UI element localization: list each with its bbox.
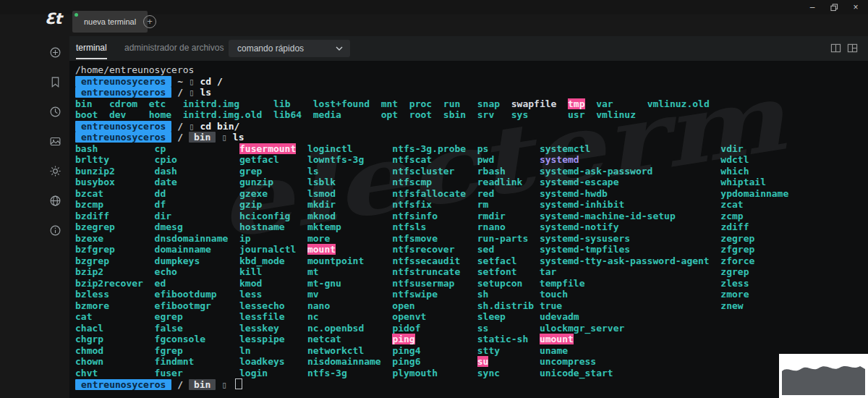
sidebar — [45, 46, 65, 237]
tab-terminal[interactable]: terminal — [76, 36, 107, 59]
terminal-line: entreunosyceros / ▯ ls — [75, 87, 868, 98]
terminal-line: bash cp fusermount loginctl ntfs-3g.prob… — [75, 143, 868, 155]
ls-entry: mknod — [307, 211, 336, 221]
info-icon[interactable] — [49, 224, 61, 237]
quick-commands-dropdown[interactable]: comando rápidos — [229, 40, 350, 57]
ls-entry: ss — [477, 323, 489, 334]
ls-entry: ypdomainname — [720, 188, 788, 199]
ls-entry: mv — [307, 289, 319, 300]
terminal-line: bzfgrep domainname journalctl mount ntfs… — [75, 244, 868, 255]
ls-entry: bzfgrep — [75, 244, 115, 255]
ls-entry: networkctl — [307, 345, 364, 356]
ls-entry: ntfscmp — [392, 177, 432, 187]
command-text: ls — [200, 87, 212, 98]
ls-entry: kill — [239, 266, 262, 277]
ls-entry: whiptail — [720, 177, 766, 187]
ls-entry: udevadm — [540, 311, 579, 322]
ls-entry: gunzip — [239, 177, 273, 187]
globe-icon[interactable] — [49, 195, 61, 207]
ls-entry: zfgrep — [720, 244, 754, 255]
ls-entry: bzip2recover — [75, 278, 143, 289]
ls-entry: lib64 — [273, 109, 302, 120]
ls-entry: cp — [155, 143, 166, 154]
ls-entry: zforce — [720, 255, 754, 266]
ls-entry: ping4 — [392, 345, 420, 356]
ls-entry: dev — [109, 109, 126, 120]
ls-entry: ntfsfallocate — [392, 188, 466, 199]
terminal-line: bzip2 echo kill mt ntfstruncate setfont … — [75, 266, 868, 278]
ls-entry: systemd-escape — [540, 177, 619, 187]
ls-entry: lessecho — [239, 300, 285, 311]
tab-nueva-terminal[interactable]: nueva terminal — [72, 11, 148, 33]
ls-entry: rbash — [477, 166, 506, 177]
ls-entry: fusermount — [239, 143, 296, 154]
ls-entry: login — [239, 368, 268, 378]
ls-entry: zcat — [720, 199, 743, 210]
ls-entry: su — [477, 356, 489, 367]
ls-entry: static-sh — [477, 334, 528, 344]
ls-entry: false — [155, 323, 183, 334]
ls-entry: less — [239, 289, 262, 300]
connection-status-dot — [75, 13, 78, 17]
prompt-dir: bin — [189, 132, 216, 143]
ls-entry: netcat — [307, 334, 341, 344]
ls-entry: efibootmgr — [155, 300, 211, 311]
ls-entry: mt-gnu — [307, 278, 341, 289]
ls-entry: dir — [155, 211, 171, 221]
split-columns-icon[interactable] — [830, 43, 841, 56]
ls-entry: chmod — [75, 345, 103, 356]
ls-entry: gzip — [239, 199, 262, 210]
ls-entry: zgrep — [720, 266, 749, 277]
ls-entry: vmlinuz.old — [647, 98, 710, 109]
ls-entry: chvt — [75, 368, 98, 378]
terminal-line: bzcat dd gzexe lsmod ntfsfallocate red s… — [75, 188, 868, 200]
close-button[interactable]: × — [851, 2, 861, 12]
ls-entry: initrd.img.old — [183, 109, 263, 120]
ls-entry: loadkeys — [239, 356, 285, 367]
settings-gear-icon[interactable] — [49, 165, 61, 177]
terminal-line: bin cdrom etc initrd.img lib lost+found … — [75, 98, 868, 110]
ls-entry: fgrep — [155, 345, 183, 356]
tab-file-manager[interactable]: administrador de archivos — [124, 36, 224, 59]
ls-entry: bzless — [75, 289, 109, 300]
ls-entry: sys — [511, 109, 528, 120]
ls-entry: hciconfig — [239, 211, 290, 221]
ls-entry: nisdomainname — [307, 356, 381, 367]
ls-entry: bzip2 — [75, 266, 103, 277]
ls-entry: fgconsole — [155, 334, 205, 344]
terminal-line: chmod fgrep ln networkctl ping4 stty una… — [75, 345, 868, 357]
ls-entry: ntfs-3g.probe — [392, 143, 466, 154]
terminal-output[interactable]: /home/entreunosycerosentreunosyceros ~ ▯… — [69, 61, 868, 398]
command-text: ls — [233, 132, 244, 143]
ls-entry: sleep — [477, 311, 506, 322]
ls-entry: efibootdump — [155, 289, 217, 300]
minimize-button[interactable]: – — [807, 2, 817, 12]
ls-entry: systemd — [540, 154, 579, 165]
electerm-logo[interactable]: Ɛt — [45, 10, 61, 27]
ls-entry: sed — [477, 244, 494, 255]
cwd-text: /home/entreunosyceros — [75, 64, 194, 75]
ls-entry: zless — [720, 278, 749, 289]
prompt-glyph: ▯ — [189, 87, 195, 98]
ls-entry: kbd_mode — [239, 255, 285, 266]
ls-entry: open — [392, 300, 414, 311]
terminal-line: entreunosyceros / bin ▯ ls — [75, 132, 868, 143]
ls-entry: zegrep — [720, 233, 754, 244]
ls-entry: ntfstruncate — [392, 266, 460, 277]
new-tab-button[interactable]: + — [143, 15, 156, 28]
plus-circle-icon[interactable] — [49, 46, 61, 59]
ls-entry: bash — [75, 143, 98, 154]
images-icon[interactable] — [49, 135, 61, 148]
ls-entry: run — [443, 98, 460, 109]
terminal-line: /home/entreunosyceros — [75, 64, 868, 76]
terminal-line: bzegrep dmesg hostname mktemp ntfsls rna… — [75, 221, 868, 233]
restore-button[interactable] — [829, 2, 839, 12]
ls-entry: systemd-ask-password — [540, 166, 653, 177]
ls-entry: ntfscluster — [392, 166, 454, 177]
ls-entry: ntfssecaudit — [392, 255, 460, 266]
bookmarks-icon[interactable] — [49, 76, 61, 88]
history-clock-icon[interactable] — [49, 106, 61, 118]
ls-entry: bin — [75, 98, 92, 109]
ls-entry: bzgrep — [75, 255, 109, 266]
split-grid-icon[interactable] — [847, 43, 858, 56]
